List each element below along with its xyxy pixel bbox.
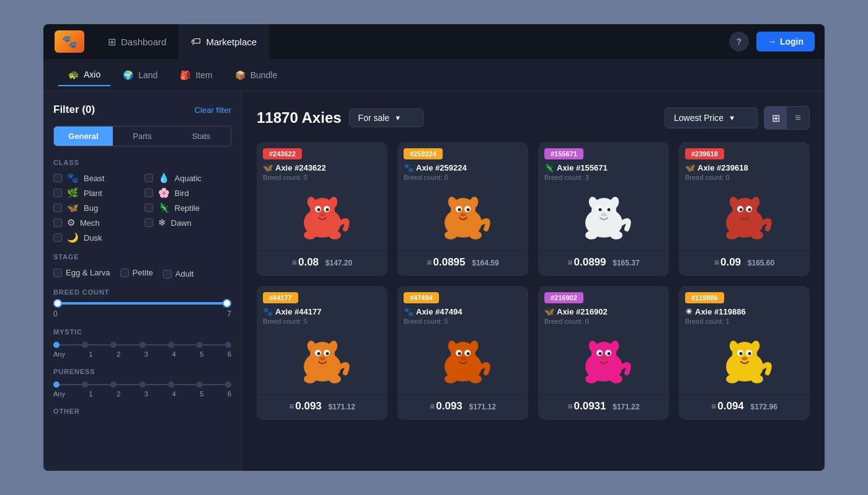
mystic-dot-2[interactable] — [110, 342, 117, 348]
card-image — [257, 326, 388, 395]
svg-point-62 — [466, 352, 469, 355]
plant-checkbox[interactable] — [53, 189, 62, 197]
pureness-dot-6[interactable] — [225, 381, 231, 388]
svg-point-76 — [610, 375, 622, 383]
pureness-dot-3[interactable] — [140, 381, 146, 388]
axie-card[interactable]: #44177 🐾 Axie #44177 Breed count: 5 — [257, 286, 388, 420]
card-breed-count: Breed count: 5 — [404, 318, 522, 325]
breed-min: 0 — [53, 310, 58, 318]
class-dawn[interactable]: ❄ Dawn — [144, 217, 232, 228]
egg-larva-checkbox[interactable] — [53, 269, 62, 277]
bug-icon: 🦋 — [67, 202, 79, 213]
bird-checkbox[interactable] — [144, 189, 153, 197]
pureness-dot-2[interactable] — [110, 381, 117, 388]
class-bug[interactable]: 🦋 Bug — [53, 202, 141, 213]
card-price: ≡0.0895 $164.59 — [397, 251, 528, 276]
filter-tab-stats[interactable]: Stats — [172, 127, 231, 146]
pureness-dot-4[interactable] — [168, 381, 174, 388]
sort-dropdown[interactable]: Lowest Price ▼ — [665, 107, 758, 128]
stage-adult[interactable]: Adult — [163, 269, 194, 279]
dawn-checkbox[interactable] — [144, 218, 153, 227]
mystic-dot-5[interactable] — [197, 342, 203, 348]
mystic-dot-4[interactable] — [168, 342, 174, 348]
axie-card[interactable]: #239618 🦋 Axie #239618 Breed count: 0 — [679, 142, 810, 276]
card-badge: #119886 — [685, 292, 724, 303]
mystic-label-1: 1 — [89, 350, 93, 358]
svg-point-87 — [751, 375, 763, 383]
mech-checkbox[interactable] — [53, 218, 62, 227]
view-grid-button[interactable]: ⊞ — [764, 107, 787, 129]
mystic-dot-labels: Any 1 2 3 4 5 6 — [53, 350, 231, 358]
reptile-checkbox[interactable] — [144, 203, 153, 212]
axie-card[interactable]: #243622 🦋 Axie #243622 Breed count: 0 — [257, 142, 388, 276]
stage-petite[interactable]: Petite — [120, 267, 153, 279]
eth-symbol: ≡ — [567, 401, 572, 411]
land-label: Land — [138, 70, 157, 80]
filter-tab-general[interactable]: General — [54, 127, 113, 146]
axie-card[interactable]: #47494 🐾 Axie #47494 Breed count: 5 — [397, 286, 528, 420]
dusk-checkbox[interactable] — [53, 233, 62, 242]
class-bird[interactable]: 🌸 Bird — [144, 187, 232, 198]
petite-label: Petite — [133, 268, 153, 277]
aquatic-checkbox[interactable] — [144, 174, 153, 182]
mystic-dot-3[interactable] — [140, 342, 146, 348]
class-mech[interactable]: ⚙ Mech — [53, 217, 141, 228]
breed-count-slider[interactable]: 0 7 — [53, 302, 231, 318]
class-beast[interactable]: 🐾 Beast — [53, 172, 141, 184]
subnav-item[interactable]: 🎒 Item — [170, 64, 222, 86]
card-price: ≡0.0931 $171.22 — [538, 395, 669, 420]
pureness-dot-any[interactable] — [53, 381, 60, 388]
bundle-icon: 📦 — [235, 70, 246, 80]
nav-item-dashboard[interactable]: ⊞ Dashboard — [95, 24, 179, 59]
axie-card[interactable]: #216902 🦋 Axie #216902 Breed count: 0 — [538, 286, 669, 420]
nav-item-marketplace[interactable]: 🏷 Marketplace — [179, 24, 269, 59]
item-icon: 🎒 — [180, 70, 190, 80]
class-aquatic[interactable]: 💧 Aquatic — [144, 172, 232, 184]
axie-card[interactable]: #259224 🐾 Axie #259224 Breed count: 0 — [397, 142, 528, 276]
petite-checkbox[interactable] — [120, 269, 129, 277]
bug-checkbox[interactable] — [53, 203, 62, 212]
sub-nav: 🐢 Axio 🌍 Land 🎒 Item 📦 Bundle — [43, 59, 825, 91]
pureness-dot-1[interactable] — [82, 381, 88, 388]
slider-thumb-right[interactable] — [223, 299, 231, 308]
axie-card[interactable]: #119886 ☀ Axie #119886 Breed count: 1 — [679, 286, 810, 420]
for-sale-dropdown[interactable]: For sale ▼ — [349, 109, 423, 127]
mystic-dot-1[interactable] — [82, 342, 88, 348]
axie-svg — [435, 192, 491, 241]
adult-checkbox[interactable] — [163, 270, 172, 279]
mystic-dot-6[interactable] — [225, 342, 231, 348]
card-image — [397, 326, 528, 395]
card-name-icon: 🐾 — [263, 307, 273, 316]
subnav-axio[interactable]: 🐢 Axio — [58, 64, 110, 86]
login-button[interactable]: → Login — [756, 32, 815, 51]
item-label: Item — [195, 70, 212, 80]
view-list-button[interactable]: ≡ — [787, 107, 809, 129]
class-dusk[interactable]: 🌙 Dusk — [53, 232, 141, 243]
logo: 🐾 — [53, 29, 86, 54]
svg-point-43 — [751, 231, 763, 239]
grid-icon: ⊞ — [772, 112, 780, 124]
slider-track — [53, 302, 231, 305]
beast-checkbox[interactable] — [53, 174, 62, 182]
card-price: ≡0.093 $171.12 — [257, 395, 388, 420]
stage-egg-larva[interactable]: Egg & Larva — [53, 267, 110, 279]
mech-icon: ⚙ — [67, 217, 75, 228]
axie-card[interactable]: #155671 🦎 Axie #155671 Breed count: 3 — [538, 142, 669, 276]
help-button[interactable]: ? — [729, 32, 749, 51]
mystic-dot-any[interactable] — [53, 342, 60, 348]
class-reptile[interactable]: 🦎 Reptile — [144, 202, 232, 213]
slider-thumb-left[interactable] — [53, 299, 62, 308]
filter-tab-parts[interactable]: Parts — [113, 127, 172, 146]
subnav-bundle[interactable]: 📦 Bundle — [225, 64, 288, 86]
pureness-label-1: 1 — [89, 390, 93, 398]
pureness-slider: Any 1 2 3 4 5 6 — [53, 381, 231, 398]
filter-title: Filter (0) — [53, 104, 95, 116]
class-plant[interactable]: 🌿 Plant — [53, 187, 141, 198]
price-eth: ≡0.0931 $171.22 — [567, 400, 639, 412]
card-price: ≡0.08 $147.20 — [257, 251, 388, 276]
pureness-dot-5[interactable] — [197, 381, 203, 388]
pureness-line-4 — [146, 384, 168, 385]
card-price: ≡0.094 $172.96 — [679, 395, 810, 420]
subnav-land[interactable]: 🌍 Land — [113, 64, 167, 86]
clear-filter-button[interactable]: Clear filter — [195, 105, 231, 115]
